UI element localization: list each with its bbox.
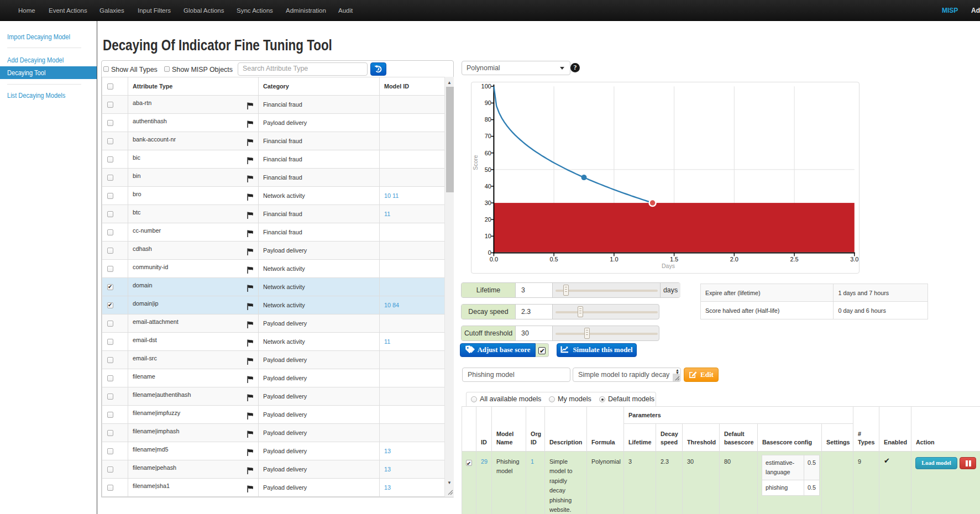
svg-text:0.0: 0.0	[490, 256, 498, 263]
svg-text:1.0: 1.0	[610, 256, 618, 263]
svg-text:80: 80	[485, 116, 491, 123]
svg-text:3.0: 3.0	[850, 256, 858, 263]
svg-text:1.5: 1.5	[670, 256, 678, 263]
svg-text:2.5: 2.5	[790, 256, 798, 263]
svg-text:30: 30	[485, 200, 491, 206]
svg-text:0.5: 0.5	[549, 256, 558, 263]
svg-text:100: 100	[481, 83, 491, 90]
svg-text:Score: Score	[472, 155, 479, 170]
svg-text:70: 70	[485, 133, 491, 139]
svg-text:20: 20	[485, 216, 491, 223]
svg-text:10: 10	[485, 233, 491, 239]
svg-text:0: 0	[488, 249, 491, 256]
svg-text:Days: Days	[662, 263, 675, 269]
svg-text:40: 40	[485, 183, 491, 190]
svg-text:50: 50	[485, 166, 491, 173]
svg-text:90: 90	[485, 99, 491, 106]
svg-text:60: 60	[485, 150, 491, 156]
svg-text:2.0: 2.0	[730, 256, 738, 263]
